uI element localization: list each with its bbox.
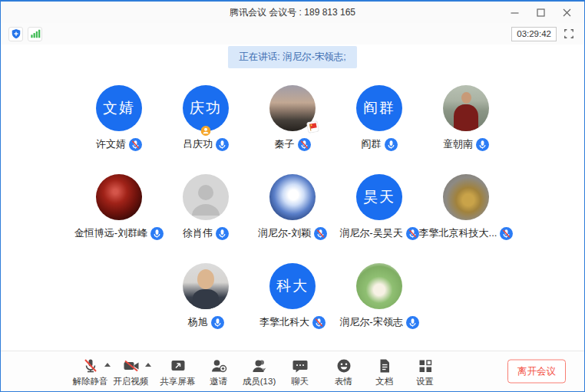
fullscreen-icon[interactable] [561, 26, 577, 41]
mic-muted-icon [406, 227, 419, 240]
participants-row-3: 杨旭 科大 李擎北科大 润尼尔-宋领志 [1, 263, 584, 329]
emoji-icon [335, 355, 352, 374]
participant-name: 徐肖伟 [183, 226, 213, 240]
flag-sticker-icon [306, 120, 319, 133]
participant-tile[interactable]: 科大 李擎北科大 [250, 263, 336, 329]
mic-on-icon [211, 316, 224, 329]
tool-label: 共享屏幕 [160, 376, 196, 387]
tool-label: 开启视频 [114, 376, 149, 387]
window-controls [504, 5, 584, 20]
participant-tile[interactable]: 润尼尔-刘颖 [250, 174, 336, 240]
mic-options-caret-icon[interactable] [104, 363, 111, 367]
participant-tile[interactable]: 金恒博远-刘群峰 [76, 174, 163, 240]
maximize-icon[interactable] [530, 5, 550, 20]
avatar: 昊天 [356, 174, 402, 220]
mic-on-icon [476, 138, 489, 151]
tool-label: 文档 [375, 376, 393, 387]
mic-muted-icon [500, 227, 513, 240]
mic-muted-icon [312, 316, 326, 329]
minimize-icon[interactable] [504, 5, 524, 20]
avatar [356, 263, 402, 309]
tool-label: 成员(13) [243, 376, 276, 387]
avatar [443, 85, 489, 131]
participant-tile[interactable]: 润尼尔-宋领志 [336, 263, 423, 329]
security-shield-icon[interactable] [8, 27, 23, 41]
settings-icon [417, 355, 434, 374]
meeting-window: 腾讯会议 会议号 : 189 813 165 03:29:42 正在讲话: [0, 0, 585, 392]
network-signal-icon[interactable] [28, 27, 42, 41]
participants-row-1: 文婧 许文婧 庆功 吕庆功 秦子 [1, 85, 584, 151]
avatar-placeholder [183, 174, 229, 220]
participants-row-2: 金恒博远-刘群峰 徐肖伟 润尼尔-刘颖 昊天 润尼尔-吴 [1, 174, 584, 240]
invite-button[interactable]: 邀请 [198, 355, 239, 387]
avatar: 庆功 [183, 85, 229, 131]
settings-button[interactable]: 设置 [405, 355, 445, 387]
participant-name: 金恒博远-刘群峰 [74, 226, 147, 240]
avatar [269, 174, 316, 220]
participant-tile[interactable]: 杨旭 [163, 263, 250, 329]
mic-on-icon [406, 316, 419, 329]
tool-label: 解除静音 [73, 376, 108, 387]
person-silhouette-icon [183, 174, 229, 220]
avatar [443, 174, 489, 220]
chat-button[interactable]: 聊天 [279, 355, 320, 387]
participant-name: 李擎北京科技大... [419, 226, 497, 240]
mic-muted-icon [82, 355, 99, 374]
participants-area: 正在讲话: 润尼尔-宋领志; 文婧 许文婧 庆功 吕庆功 [1, 44, 584, 351]
leave-meeting-button[interactable]: 离开会议 [507, 360, 566, 384]
participant-tile[interactable]: 童朝南 [423, 85, 510, 151]
emoji-button[interactable]: 表情 [323, 355, 364, 387]
avatar: 科大 [269, 263, 316, 309]
participant-tile[interactable]: 徐肖伟 [163, 174, 250, 240]
members-button[interactable]: 成员(13) [239, 355, 279, 387]
mic-muted-icon [129, 138, 142, 151]
mic-on-icon [216, 227, 229, 240]
participant-tile[interactable]: 庆功 吕庆功 [163, 85, 250, 151]
start-video-button[interactable]: 开启视频 [111, 355, 151, 387]
tool-label: 表情 [335, 376, 352, 387]
document-button[interactable]: 文档 [364, 355, 405, 387]
share-screen-button[interactable]: 共享屏幕 [157, 355, 198, 387]
participant-tile[interactable]: 秦子 [250, 85, 336, 151]
participant-tile[interactable]: 文婧 许文婧 [76, 85, 163, 151]
camera-off-icon [123, 355, 140, 374]
window-title: 腾讯会议 会议号 : 189 813 165 [1, 6, 584, 19]
participant-tile[interactable]: 李擎北京科技大... [423, 174, 510, 240]
tool-label: 聊天 [291, 376, 309, 387]
mic-on-icon [385, 138, 398, 151]
host-badge-icon [201, 125, 211, 135]
participant-name: 李擎北科大 [259, 315, 309, 329]
participant-name: 吕庆功 [183, 137, 213, 151]
mic-muted-icon [314, 227, 327, 240]
invite-icon [210, 355, 227, 374]
participant-name: 童朝南 [443, 137, 473, 151]
avatar: 文婧 [96, 85, 142, 131]
participant-tile[interactable]: 昊天 润尼尔-吴昊天 [336, 174, 423, 240]
speaking-banner: 正在讲话: 润尼尔-宋领志; [228, 46, 357, 68]
avatar [183, 263, 229, 309]
participant-name: 秦子 [275, 137, 295, 151]
participant-name: 杨旭 [188, 315, 208, 329]
bottom-toolbar: 解除静音 开启视频 共享屏幕 邀请 成员(13) [1, 351, 584, 391]
avatar [96, 174, 142, 220]
avatar: 阎群 [356, 85, 402, 131]
participant-name: 润尼尔-刘颖 [258, 226, 311, 240]
share-screen-icon [170, 355, 187, 374]
participant-name: 润尼尔-吴昊天 [339, 226, 402, 240]
chat-icon [292, 355, 309, 374]
participant-name: 阎群 [362, 137, 382, 151]
document-icon [376, 355, 393, 374]
mic-on-icon [216, 138, 229, 151]
participant-tile[interactable]: 阎群 阎群 [336, 85, 423, 151]
tool-label: 邀请 [210, 376, 227, 387]
participant-name: 润尼尔-宋领志 [339, 315, 402, 329]
meeting-timer: 03:29:42 [511, 27, 557, 41]
video-options-caret-icon[interactable] [145, 363, 151, 367]
close-icon[interactable] [557, 5, 577, 20]
titlebar: 腾讯会议 会议号 : 189 813 165 [1, 2, 584, 23]
members-icon [251, 355, 268, 374]
unmute-button[interactable]: 解除静音 [70, 355, 111, 387]
status-bar: 03:29:42 [1, 23, 584, 44]
mic-muted-icon [298, 138, 311, 151]
participant-name: 许文婧 [96, 137, 126, 151]
